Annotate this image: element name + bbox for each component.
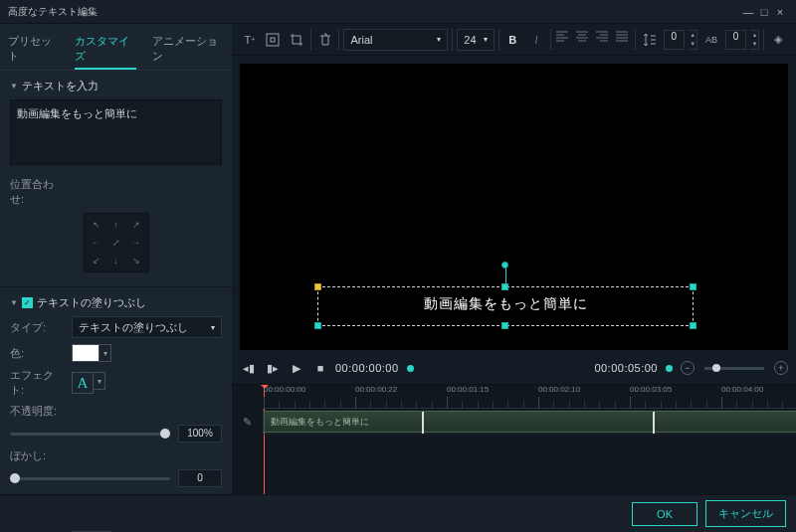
preview-canvas[interactable]: 動画編集をもっと簡単に [240,64,788,350]
ruler-tick: 00:00:00:00 [264,385,305,394]
font-size-select[interactable]: 24▾ [457,29,494,51]
fill-type-select[interactable]: テキストの塗りつぶし▾ [72,316,222,338]
crop-icon[interactable] [287,29,306,51]
add-text-icon[interactable]: T+ [240,29,260,51]
delete-icon[interactable] [315,29,335,51]
text-input-header: テキストを入力 [22,79,99,93]
fill-color-swatch[interactable] [72,344,100,362]
align-tl[interactable]: ↖ [88,217,105,233]
preview-text[interactable]: 動画編集をもっと簡単に [318,295,693,313]
svg-rect-0 [267,34,279,46]
align-left-icon[interactable] [555,31,571,49]
align-tc[interactable]: ↑ [107,217,125,233]
timeline-ruler[interactable]: 00:00:00:0000:00:00:2200:00:01:1500:00:0… [264,385,796,409]
cancel-button[interactable]: キャンセル [705,500,786,527]
prev-frame-button[interactable]: ◂▮ [240,359,258,377]
opacity-value[interactable]: 100% [178,425,222,443]
marker-out-icon[interactable] [666,365,673,372]
fill-color-label: 色: [10,346,64,361]
align-ml[interactable]: ← [88,235,105,251]
track-header-icon[interactable]: ✎ [232,409,264,435]
current-timecode: 00:00:00:00 [335,362,399,374]
blur-label: ぼかし: [10,448,46,463]
blur-slider[interactable] [10,477,170,480]
settings-icon[interactable]: ◈ [768,29,788,51]
ruler-tick: 00:00:02:10 [538,385,580,394]
bold-button[interactable]: B [503,29,523,51]
align-mr[interactable]: → [127,235,145,251]
fill-type-label: タイプ: [10,320,64,335]
line-spacing-up[interactable]: ▲ [689,31,696,40]
ruler-tick: 00:00:00:22 [355,385,397,394]
bounding-box-icon[interactable] [264,29,284,51]
align-mc[interactable]: ⤢ [107,235,125,251]
letter-spacing-down[interactable]: ▼ [750,40,758,49]
collapse-icon[interactable]: ▼ [10,298,18,307]
line-spacing-down[interactable]: ▼ [689,40,696,49]
align-br[interactable]: ↘ [127,253,145,268]
text-clip[interactable]: 動画編集をもっと簡単に [264,411,796,433]
tab-animation[interactable]: アニメーション [152,30,224,70]
tab-preset[interactable]: プリセット [8,30,59,70]
alignment-label: 位置合わせ: [10,177,64,207]
close-button[interactable]: × [772,6,788,18]
align-bl[interactable]: ↙ [88,253,105,268]
fill-effect-label: エフェクト: [10,368,64,398]
line-spacing-icon[interactable] [640,29,660,51]
fill-header: テキストの塗りつぶし [37,295,146,310]
line-spacing-input[interactable]: 0 [664,30,686,50]
align-bc[interactable]: ↓ [107,253,125,268]
fill-effect-dropdown[interactable]: ▾ [94,372,105,390]
opacity-slider[interactable] [10,433,170,436]
letter-spacing-up[interactable]: ▲ [750,31,758,40]
minimize-button[interactable]: — [740,6,756,18]
next-frame-button[interactable]: ▮▸ [264,359,282,377]
collapse-icon[interactable]: ▼ [10,82,18,90]
fill-checkbox[interactable]: ✓ [22,297,33,308]
ok-button[interactable]: OK [632,502,697,526]
stop-button[interactable]: ■ [311,359,329,377]
ruler-tick: 00:00:01:15 [447,385,489,394]
letter-spacing-input[interactable]: 0 [725,30,747,50]
play-button[interactable]: ▶ [288,359,305,377]
zoom-in-button[interactable]: + [774,361,788,375]
svg-rect-1 [271,38,275,42]
ruler-tick: 00:00:04:00 [721,385,763,394]
align-tr[interactable]: ↗ [127,217,145,233]
ruler-tick: 00:00:03:05 [630,385,672,394]
fill-effect-button[interactable]: A [72,372,94,394]
align-right-icon[interactable] [595,31,611,49]
window-title: 高度なテキスト編集 [8,5,98,19]
align-center-icon[interactable] [575,31,591,49]
marker-in-icon[interactable] [407,365,414,372]
text-selection-box[interactable]: 動画編集をもっと簡単に [317,286,694,326]
italic-button[interactable]: I [526,29,546,51]
letter-spacing-icon[interactable]: A͏B [701,29,721,51]
opacity-label: 不透明度: [10,404,57,419]
blur-value[interactable]: 0 [178,469,222,487]
align-justify-icon[interactable] [615,31,631,49]
zoom-slider[interactable] [704,367,764,370]
end-timecode: 00:00:05:00 [594,362,658,374]
tab-customize[interactable]: カスタマイズ [75,30,136,70]
maximize-button[interactable]: □ [756,6,772,18]
fill-color-dropdown[interactable]: ▾ [100,344,111,362]
text-input[interactable] [10,99,222,165]
zoom-out-button[interactable]: − [681,361,695,375]
alignment-grid[interactable]: ↖↑↗ ←⤢→ ↙↓↘ [84,213,149,272]
timeline[interactable]: 00:00:00:0000:00:00:2200:00:01:1500:00:0… [232,384,796,494]
font-family-select[interactable]: Arial▾ [343,29,448,51]
clip-label: 動画編集をもっと簡単に [271,416,369,429]
